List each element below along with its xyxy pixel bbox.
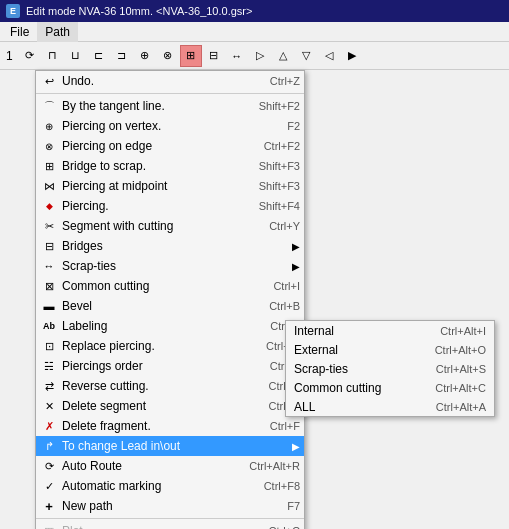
submenu-common[interactable]: Common cutting Ctrl+Alt+C	[286, 378, 494, 397]
menu-pierce-edge[interactable]: Piercing on edge Ctrl+F2	[36, 136, 304, 156]
segment-icon	[40, 218, 58, 234]
autoroute-icon	[40, 458, 58, 474]
segment-shortcut: Ctrl+Y	[249, 220, 300, 232]
submenu-internal[interactable]: Internal Ctrl+Alt+I	[286, 321, 494, 340]
menu-piercing[interactable]: Piercing. Shift+F4	[36, 196, 304, 216]
pierce-vertex-label: Piercing on vertex.	[62, 119, 267, 133]
menu-marking[interactable]: Automatic marking Ctrl+F8	[36, 476, 304, 496]
common-cutting-icon	[40, 278, 58, 294]
reverse-label: Reverse cutting.	[62, 379, 249, 393]
title-bar: E Edit mode NVA-36 10mm. <NVA-36_10.0.gs…	[0, 0, 509, 22]
tb-btn-5[interactable]: ⊐	[111, 45, 133, 67]
scrap-sub-label: Scrap-ties	[294, 362, 416, 376]
submenu-external[interactable]: External Ctrl+Alt+O	[286, 340, 494, 359]
toolbar-icons: ⟳ ⊓ ⊔ ⊏ ⊐ ⊕ ⊗ ⊞ ⊟ ↔ ▷ △ ▽ ◁ ▶	[19, 45, 363, 67]
all-label: ALL	[294, 400, 416, 414]
submenu-scrap[interactable]: Scrap-ties Ctrl+Alt+S	[286, 359, 494, 378]
menu-newpath[interactable]: New path F7	[36, 496, 304, 516]
bevel-label: Bevel	[62, 299, 249, 313]
pierce-mid-icon	[40, 178, 58, 194]
common-cutting-shortcut: Ctrl+I	[253, 280, 300, 292]
menu-bridge-scrap[interactable]: Bridge to scrap. Shift+F3	[36, 156, 304, 176]
separator-1	[36, 93, 304, 94]
plot-label: Plot	[62, 524, 249, 529]
lead-arrow: ▶	[292, 441, 300, 452]
menu-bevel[interactable]: Bevel Ctrl+B	[36, 296, 304, 316]
tangent-shortcut: Shift+F2	[239, 100, 300, 112]
tb-btn-7[interactable]: ⊗	[157, 45, 179, 67]
title-text: Edit mode NVA-36 10mm. <NVA-36_10.0.gsr>	[26, 5, 252, 17]
separator-2	[36, 518, 304, 519]
pierce-vertex-icon	[40, 118, 58, 134]
menu-autoroute[interactable]: Auto Route Ctrl+Alt+R	[36, 456, 304, 476]
newpath-label: New path	[62, 499, 267, 513]
newpath-icon	[40, 498, 58, 514]
pierce-vertex-shortcut: F2	[267, 120, 300, 132]
toolbar-number: 1	[2, 49, 17, 63]
scrap-ties-label: Scrap-ties	[62, 259, 288, 273]
tb-btn-14[interactable]: ◁	[318, 45, 340, 67]
menu-common-cutting[interactable]: Common cutting Ctrl+I	[36, 276, 304, 296]
undo-label: Undo.	[62, 74, 250, 88]
tb-btn-12[interactable]: △	[272, 45, 294, 67]
piercing-label: Piercing.	[62, 199, 239, 213]
menu-file[interactable]: File	[2, 22, 37, 42]
menu-pierce-mid[interactable]: Piercing at midpoint Shift+F3	[36, 176, 304, 196]
external-label: External	[294, 343, 415, 357]
replace-label: Replace piercing.	[62, 339, 246, 353]
marking-icon	[40, 478, 58, 494]
piercing-shortcut: Shift+F4	[239, 200, 300, 212]
pierce-edge-icon	[40, 138, 58, 154]
tb-btn-11[interactable]: ▷	[249, 45, 271, 67]
undo-shortcut: Ctrl+Z	[250, 75, 300, 87]
all-shortcut: Ctrl+Alt+A	[416, 401, 486, 413]
menu-undo[interactable]: Undo. Ctrl+Z	[36, 71, 304, 91]
scrap-ties-icon	[40, 258, 58, 274]
tb-btn-13[interactable]: ▽	[295, 45, 317, 67]
tangent-label: By the tangent line.	[62, 99, 239, 113]
autoroute-label: Auto Route	[62, 459, 229, 473]
menu-reverse[interactable]: Reverse cutting. Ctrl+H	[36, 376, 304, 396]
segment-label: Segment with cutting	[62, 219, 249, 233]
tb-btn-9[interactable]: ⊟	[203, 45, 225, 67]
order-label: Piercings order	[62, 359, 250, 373]
menu-path[interactable]: Path	[37, 22, 78, 42]
plot-icon	[40, 523, 58, 529]
lead-icon	[40, 438, 58, 454]
menu-labeling[interactable]: Labeling Ctrl+L	[36, 316, 304, 336]
path-dropdown-menu: Undo. Ctrl+Z By the tangent line. Shift+…	[35, 70, 305, 529]
delete-frag-icon	[40, 418, 58, 434]
newpath-shortcut: F7	[267, 500, 300, 512]
menu-pierce-vertex[interactable]: Piercing on vertex. F2	[36, 116, 304, 136]
menu-delete-frag[interactable]: Delete fragment. Ctrl+F	[36, 416, 304, 436]
scrap-sub-shortcut: Ctrl+Alt+S	[416, 363, 486, 375]
tb-btn-4[interactable]: ⊏	[88, 45, 110, 67]
internal-shortcut: Ctrl+Alt+I	[420, 325, 486, 337]
bevel-icon	[40, 298, 58, 314]
tb-btn-2[interactable]: ⊓	[42, 45, 64, 67]
menu-order[interactable]: Piercings order Ctrl+T	[36, 356, 304, 376]
pierce-mid-shortcut: Shift+F3	[239, 180, 300, 192]
external-shortcut: Ctrl+Alt+O	[415, 344, 486, 356]
pierce-edge-shortcut: Ctrl+F2	[244, 140, 300, 152]
tb-btn-6[interactable]: ⊕	[134, 45, 156, 67]
autoroute-shortcut: Ctrl+Alt+R	[229, 460, 300, 472]
menu-lead[interactable]: To change Lead in\out ▶	[36, 436, 304, 456]
tb-btn-1[interactable]: ⟳	[19, 45, 41, 67]
tb-btn-10[interactable]: ↔	[226, 45, 248, 67]
menu-plot[interactable]: Plot Ctrl+C	[36, 521, 304, 529]
submenu-all[interactable]: ALL Ctrl+Alt+A	[286, 397, 494, 416]
tb-btn-15[interactable]: ▶	[341, 45, 363, 67]
bridges-arrow: ▶	[292, 241, 300, 252]
bevel-shortcut: Ctrl+B	[249, 300, 300, 312]
lead-label: To change Lead in\out	[62, 439, 288, 453]
menu-delete-seg[interactable]: Delete segment Ctrl+R	[36, 396, 304, 416]
menu-segment[interactable]: Segment with cutting Ctrl+Y	[36, 216, 304, 236]
bridge-scrap-shortcut: Shift+F3	[239, 160, 300, 172]
tb-btn-8[interactable]: ⊞	[180, 45, 202, 67]
menu-bridges[interactable]: Bridges ▶	[36, 236, 304, 256]
tb-btn-3[interactable]: ⊔	[65, 45, 87, 67]
menu-tangent[interactable]: By the tangent line. Shift+F2	[36, 96, 304, 116]
menu-replace[interactable]: Replace piercing. Ctrl+W	[36, 336, 304, 356]
menu-scrap-ties[interactable]: Scrap-ties ▶	[36, 256, 304, 276]
